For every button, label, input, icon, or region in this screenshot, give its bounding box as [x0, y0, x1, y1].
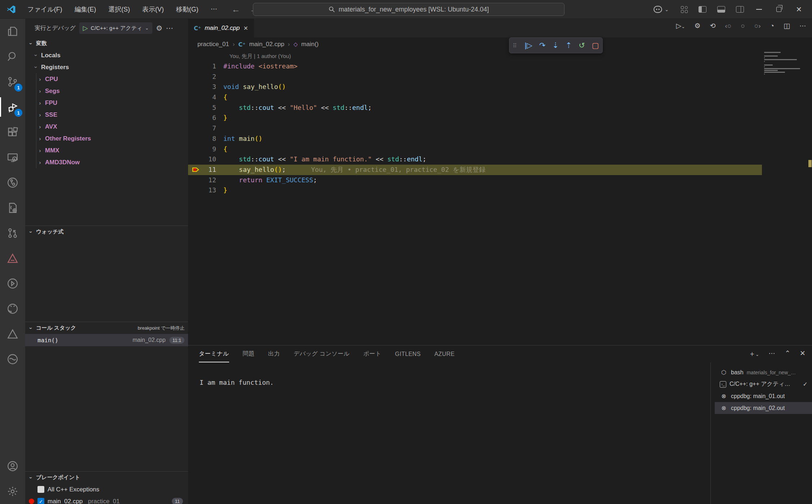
menu-item[interactable]: ファイル(F): [22, 3, 67, 16]
twisty-icon[interactable]: ›: [36, 135, 44, 142]
close-icon[interactable]: ✕: [244, 25, 248, 32]
variables-tree-item[interactable]: ›Other Registers: [36, 133, 188, 144]
variables-section-header[interactable]: › 変数: [25, 37, 188, 49]
code-line[interactable]: 4{: [188, 92, 812, 103]
new-terminal-button[interactable]: ＋⌄: [749, 349, 759, 358]
terminal-list-item[interactable]: ⬡bashmaterials_for_new_…: [715, 366, 812, 378]
maximize-panel-icon[interactable]: ⌃: [785, 349, 790, 358]
twisty-icon[interactable]: ›: [36, 159, 44, 165]
line-number[interactable]: 12: [188, 175, 216, 186]
code-line[interactable]: 1#include <iostream>: [188, 61, 812, 72]
variables-tree-item[interactable]: ›AVX: [36, 121, 188, 133]
terminal-list-item[interactable]: ›_C/C++: g++ アクティ…✓: [715, 378, 812, 390]
code-line[interactable]: 6}: [188, 113, 812, 123]
sidebar-item-triangle-ext-2[interactable]: [0, 321, 25, 347]
twisty-icon[interactable]: ›: [33, 64, 39, 71]
sidebar-item-explorer[interactable]: [0, 19, 25, 44]
line-number[interactable]: 5: [188, 103, 216, 113]
panel-divider[interactable]: [710, 362, 711, 504]
menu-item[interactable]: 編集(E): [70, 3, 101, 16]
code-line[interactable]: 8int main(): [188, 134, 812, 144]
variables-tree-item[interactable]: ›MMX: [36, 144, 188, 156]
variables-tree-item[interactable]: ›Registers: [25, 61, 188, 73]
timeline-icon[interactable]: ⟲: [710, 22, 716, 30]
continue-button[interactable]: |▷: [525, 41, 532, 50]
menu-item[interactable]: ⋯: [206, 3, 222, 16]
nav-back-icon[interactable]: ←: [232, 4, 240, 14]
panel-tab-デバッグ コンソール[interactable]: デバッグ コンソール: [294, 345, 349, 362]
breakpoint-row[interactable]: All C++ Exceptions: [25, 483, 188, 495]
sidebar-item-remote-explorer[interactable]: [0, 145, 25, 170]
panel-tab-ポート[interactable]: ポート: [363, 345, 382, 362]
line-number[interactable]: 4: [188, 92, 216, 103]
code-line[interactable]: 13}: [188, 185, 812, 196]
code-line[interactable]: 9{: [188, 144, 812, 155]
code-editor[interactable]: You, 先月 | 1 author (You) 1#include <iost…: [188, 51, 812, 345]
tab-main-02-cpp[interactable]: C⁺ main_02.cpp ✕: [188, 19, 254, 37]
twisty-icon[interactable]: ›: [36, 76, 44, 82]
code-line[interactable]: 10 std::cout << "I am main function." <<…: [188, 154, 812, 165]
line-number[interactable]: 3: [188, 82, 216, 92]
sidebar-item-azure-ext[interactable]: [0, 347, 25, 372]
step-into-button[interactable]: ⇣: [552, 41, 559, 50]
line-number[interactable]: 10: [188, 154, 216, 165]
breakpoint-row[interactable]: ✓main_02.cpppractice_0111: [25, 495, 188, 504]
terminal-list-item[interactable]: ⊗cppdbg: main_01.out: [715, 390, 812, 402]
panel-tab-出力[interactable]: 出力: [268, 345, 280, 362]
code-line[interactable]: 7: [188, 123, 812, 134]
gear-icon[interactable]: ⚙: [694, 22, 700, 30]
debug-run-menu-icon[interactable]: ▷⌄: [676, 22, 685, 30]
panel-tab-問題[interactable]: 問題: [243, 345, 255, 362]
previous-change-icon[interactable]: ‹○: [725, 22, 731, 30]
line-number[interactable]: 2: [188, 72, 216, 82]
panel-tab-AZURE[interactable]: AZURE: [434, 345, 455, 362]
overview-ruler[interactable]: [807, 51, 812, 345]
sidebar-item-run-circle-ext[interactable]: [0, 271, 25, 296]
command-center-search[interactable]: materials_for_new_employees [WSL: Ubuntu…: [253, 3, 565, 16]
more-actions-icon[interactable]: ⋯: [768, 349, 775, 358]
code-line[interactable]: 11 say_hello();You, 先月 • practice_01, pr…: [188, 165, 812, 175]
close-panel-icon[interactable]: ✕: [800, 349, 806, 358]
sidebar-item-source-control[interactable]: 1: [0, 69, 25, 94]
code-line[interactable]: 12 return EXIT_SUCCESS;: [188, 175, 812, 186]
menu-item[interactable]: 表示(V): [137, 3, 169, 16]
gitlens-graph-icon[interactable]: ◔: [770, 22, 774, 30]
variables-tree-item[interactable]: ›CPU: [36, 73, 188, 85]
code-line[interactable]: 3void say_hello(): [188, 82, 812, 92]
breakpoint-checkbox[interactable]: [37, 486, 44, 493]
twisty-icon[interactable]: ›: [33, 52, 39, 59]
settings-button[interactable]: [0, 479, 25, 504]
watch-section-header[interactable]: › ウォッチ式: [25, 226, 188, 238]
twisty-icon[interactable]: ›: [36, 100, 44, 106]
next-change-icon[interactable]: ○›: [754, 22, 761, 30]
gutter-change-icon[interactable]: ○: [741, 22, 745, 30]
sidebar-item-pull-requests[interactable]: [0, 220, 25, 246]
drag-handle-icon[interactable]: ⠿: [513, 44, 518, 48]
panel-tab-ターミナル[interactable]: ターミナル: [199, 345, 229, 362]
gitlens-authors-codelens[interactable]: You, 先月 | 1 author (You): [188, 51, 812, 61]
sidebar-item-search[interactable]: [0, 44, 25, 69]
menu-item[interactable]: 移動(G): [171, 3, 204, 16]
code-line[interactable]: 2: [188, 72, 812, 82]
restart-button[interactable]: ↺: [579, 41, 585, 50]
copilot-menu[interactable]: ⌄: [653, 5, 669, 13]
split-editor-icon[interactable]: ◫: [784, 22, 790, 30]
customize-layout-icon[interactable]: [681, 6, 688, 13]
breadcrumb-folder[interactable]: practice_01: [197, 41, 229, 48]
window-close-button[interactable]: ✕: [796, 5, 802, 14]
line-number[interactable]: 11: [188, 165, 216, 175]
twisty-icon[interactable]: ›: [36, 124, 44, 130]
account-button[interactable]: [0, 454, 25, 479]
code-line[interactable]: 5 std::cout << "Hello" << std::endl;: [188, 103, 812, 113]
line-number[interactable]: 8: [188, 134, 216, 144]
sidebar-item-extensions[interactable]: [0, 120, 25, 145]
breadcrumb-symbol[interactable]: main(): [301, 41, 318, 48]
breakpoints-section-header[interactable]: › ブレークポイント: [25, 472, 188, 483]
sidebar-item-github[interactable]: [0, 296, 25, 321]
twisty-icon[interactable]: ›: [36, 88, 44, 94]
more-actions-icon[interactable]: ⋯: [166, 24, 173, 32]
debug-config-dropdown[interactable]: ▷ C/C++: g++ アクティ ⌄: [79, 22, 152, 34]
twisty-icon[interactable]: ›: [36, 112, 44, 118]
line-number[interactable]: 6: [188, 113, 216, 123]
window-restore-button[interactable]: [776, 7, 781, 12]
